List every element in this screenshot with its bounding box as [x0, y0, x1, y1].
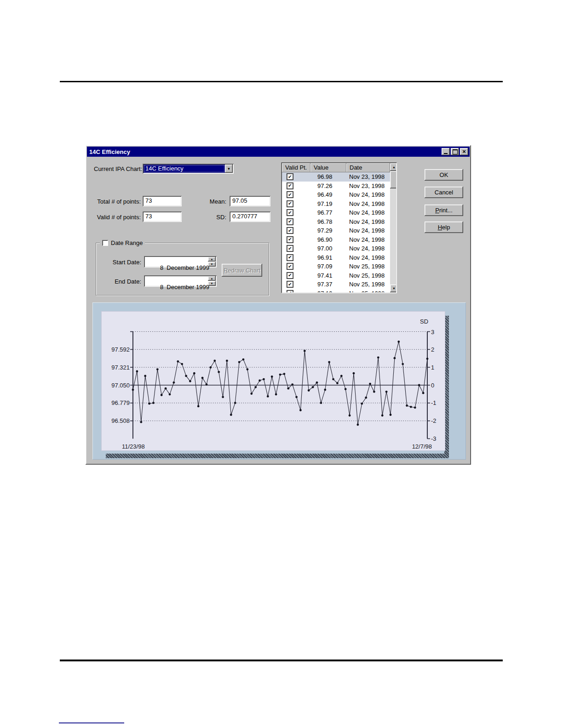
y-tick-label: 97.592: [102, 346, 130, 353]
control-chart: 97.592 97.321 97.050 96.779 96.508 3 2 1…: [101, 311, 445, 451]
top-rule: [60, 81, 503, 82]
ok-button[interactable]: OK: [425, 169, 463, 181]
data-point: [247, 368, 249, 370]
data-point: [332, 378, 334, 381]
valid-checkbox[interactable]: ✔: [287, 218, 293, 225]
total-points-field[interactable]: 73: [143, 196, 182, 206]
table-row[interactable]: ✔96.91Nov 24, 1998: [282, 253, 390, 262]
dialog-window: 14C Efficiency × Current IPA Chart: 14C …: [86, 145, 471, 465]
table-row[interactable]: ✔97.09Nov 25, 1998: [282, 262, 390, 271]
column-header-value[interactable]: Value: [310, 163, 346, 172]
start-date-label: Start Date:: [103, 259, 141, 266]
spin-up-button[interactable]: ▲: [208, 257, 216, 262]
valid-checkbox[interactable]: ✔: [287, 200, 293, 207]
table-scrollbar[interactable]: ▲ ▼: [390, 163, 396, 292]
data-point: [226, 360, 228, 362]
scroll-down-icon: ▼: [392, 287, 396, 290]
table-row[interactable]: ✔97.26Nov 23, 1998: [282, 182, 390, 191]
start-date-field[interactable]: 8 December 1999 ▲ ▼: [144, 256, 217, 267]
table-row[interactable]: ✔97.37Nov 25, 1998: [282, 280, 390, 289]
current-chart-combobox[interactable]: 14C Efficiency ▼: [143, 164, 234, 174]
column-header-valid-pt[interactable]: Valid Pt.: [282, 163, 310, 172]
close-button[interactable]: ×: [460, 148, 468, 155]
sd-tick-label: -2: [431, 417, 437, 424]
data-point: [275, 393, 277, 396]
valid-checkbox[interactable]: ✔: [287, 254, 293, 261]
spin-down-icon: ▼: [211, 282, 213, 285]
data-point: [165, 387, 167, 390]
end-date-label: End Date:: [103, 278, 141, 285]
valid-checkbox[interactable]: ✔: [287, 263, 293, 270]
table-rows: ✔96.98Nov 23, 1998✔97.26Nov 23, 1998✔96.…: [282, 172, 390, 292]
data-point: [353, 372, 355, 375]
valid-checkbox[interactable]: ✔: [287, 182, 293, 189]
valid-checkbox[interactable]: ✔: [287, 227, 293, 234]
data-point: [197, 405, 200, 408]
date-cell: Nov 23, 1998: [346, 182, 390, 189]
sd-field[interactable]: 0.270777: [230, 211, 270, 222]
scroll-thumb[interactable]: [390, 171, 396, 188]
valid-checkbox[interactable]: ✔: [287, 173, 293, 180]
valid-checkbox[interactable]: ✔: [287, 191, 293, 198]
sd-axis-title: SD: [420, 318, 428, 325]
scroll-down-button[interactable]: ▼: [390, 284, 396, 292]
spin-down-button[interactable]: ▼: [208, 262, 216, 267]
table-row[interactable]: ✔97.19Nov 25, 1998: [282, 289, 390, 293]
end-date-spinner: ▲ ▼: [208, 276, 216, 286]
data-point: [152, 402, 155, 404]
data-point: [320, 402, 322, 404]
chart-shadow: [106, 454, 449, 458]
scroll-up-button[interactable]: ▲: [390, 163, 396, 171]
combobox-dropdown-button[interactable]: ▼: [225, 165, 233, 173]
table-row[interactable]: ✔97.19Nov 24, 1998: [282, 199, 390, 209]
valid-checkbox[interactable]: ✔: [287, 272, 293, 279]
data-point: [299, 409, 302, 411]
valid-points-field[interactable]: 73: [143, 211, 182, 222]
data-point: [189, 380, 191, 382]
column-header-date[interactable]: Date: [346, 163, 390, 172]
cancel-button[interactable]: Cancel: [425, 187, 463, 198]
sd-tick-label: 0: [431, 382, 434, 389]
data-point: [148, 403, 150, 405]
spin-up-button[interactable]: ▲: [208, 276, 216, 281]
data-point: [169, 393, 171, 396]
valid-checkbox[interactable]: ✔: [287, 290, 293, 292]
spin-down-button[interactable]: ▼: [208, 281, 216, 286]
valid-checkbox[interactable]: ✔: [287, 281, 293, 288]
end-date-field[interactable]: 8 December 1999 ▲ ▼: [144, 275, 217, 287]
table-header: Valid Pt. Value Date: [282, 163, 390, 172]
y-tick-label: 97.321: [102, 364, 130, 371]
table-row[interactable]: ✔97.00Nov 24, 1998: [282, 244, 390, 253]
help-button[interactable]: Help: [425, 222, 463, 233]
valid-checkbox[interactable]: ✔: [287, 245, 293, 252]
sd-tick-label: 3: [431, 329, 434, 336]
series-line: [133, 341, 427, 425]
valid-pt-cell: ✔: [282, 263, 310, 270]
date-range-checkbox[interactable]: [102, 240, 108, 246]
minimize-icon: [444, 153, 448, 154]
table-row[interactable]: ✔96.98Nov 23, 1998: [282, 172, 390, 182]
data-point: [181, 363, 183, 365]
table-row[interactable]: ✔96.90Nov 24, 1998: [282, 235, 390, 245]
table-row[interactable]: ✔96.78Nov 24, 1998: [282, 217, 390, 227]
redraw-chart-button[interactable]: Redraw Chart: [222, 264, 262, 277]
data-point: [336, 382, 339, 384]
valid-checkbox[interactable]: ✔: [287, 209, 293, 216]
minimize-button[interactable]: [442, 148, 450, 155]
mean-field[interactable]: 97.05: [230, 196, 270, 206]
data-point: [254, 386, 257, 388]
valid-points-label: Valid # of points:: [94, 214, 141, 221]
valid-checkbox[interactable]: ✔: [287, 236, 293, 243]
table-row[interactable]: ✔96.49Nov 24, 1998: [282, 190, 390, 199]
data-point: [222, 396, 224, 398]
title-bar[interactable]: 14C Efficiency ×: [87, 147, 470, 157]
total-points-label: Total # of points:: [94, 198, 141, 205]
value-cell: 97.41: [310, 272, 346, 279]
data-point: [418, 384, 420, 387]
table-row[interactable]: ✔97.41Nov 25, 1998: [282, 271, 390, 280]
table-row[interactable]: ✔96.77Nov 24, 1998: [282, 208, 390, 217]
print-button[interactable]: Print...: [425, 205, 463, 216]
data-point: [206, 383, 208, 386]
maximize-button[interactable]: [451, 148, 459, 155]
table-row[interactable]: ✔97.29Nov 24, 1998: [282, 226, 390, 235]
